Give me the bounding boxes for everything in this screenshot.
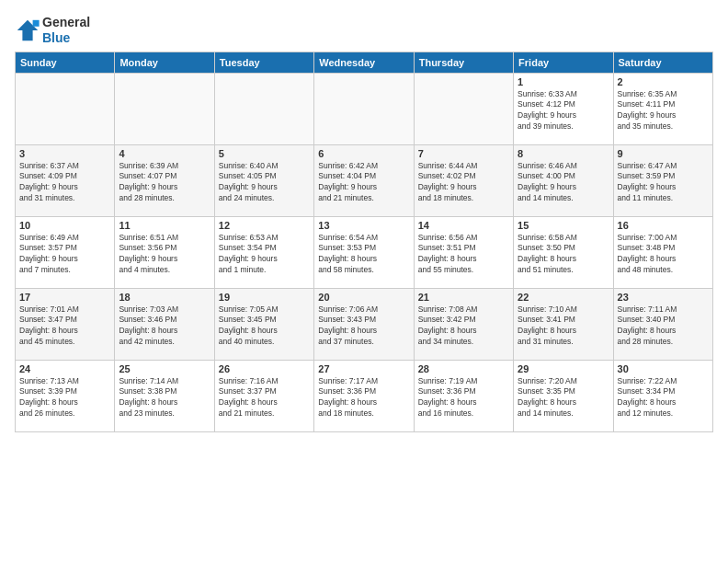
calendar-day-cell: 8Sunrise: 6:46 AM Sunset: 4:00 PM Daylig… xyxy=(514,144,613,216)
calendar-day-cell: 18Sunrise: 7:03 AM Sunset: 3:46 PM Dayli… xyxy=(115,288,214,360)
calendar-day-cell: 4Sunrise: 6:39 AM Sunset: 4:07 PM Daylig… xyxy=(115,144,214,216)
calendar-day-cell: 26Sunrise: 7:16 AM Sunset: 3:37 PM Dayli… xyxy=(214,360,313,431)
calendar-day-cell: 13Sunrise: 6:54 AM Sunset: 3:53 PM Dayli… xyxy=(314,216,414,288)
day-number: 1 xyxy=(518,76,609,87)
day-info: Sunrise: 6:47 AM Sunset: 3:59 PM Dayligh… xyxy=(618,161,709,205)
day-number: 4 xyxy=(119,148,210,159)
calendar-day-cell: 6Sunrise: 6:42 AM Sunset: 4:04 PM Daylig… xyxy=(314,144,414,216)
day-info: Sunrise: 6:44 AM Sunset: 4:02 PM Dayligh… xyxy=(418,161,509,205)
logo-icon xyxy=(15,17,40,43)
day-info: Sunrise: 6:33 AM Sunset: 4:12 PM Dayligh… xyxy=(518,89,609,133)
day-number: 3 xyxy=(19,148,110,159)
calendar-day-cell: 23Sunrise: 7:11 AM Sunset: 3:40 PM Dayli… xyxy=(613,288,712,360)
weekday-header: Friday xyxy=(514,52,613,73)
calendar-day-cell: 20Sunrise: 7:06 AM Sunset: 3:43 PM Dayli… xyxy=(314,288,414,360)
day-number: 22 xyxy=(518,292,609,303)
svg-marker-1 xyxy=(33,20,40,27)
calendar-day-cell: 3Sunrise: 6:37 AM Sunset: 4:09 PM Daylig… xyxy=(16,144,115,216)
day-number: 27 xyxy=(318,363,409,374)
day-info: Sunrise: 7:08 AM Sunset: 3:42 PM Dayligh… xyxy=(418,304,509,349)
weekday-header: Saturday xyxy=(613,52,712,73)
day-number: 13 xyxy=(318,220,409,231)
day-number: 6 xyxy=(318,148,409,159)
page: General Blue SundayMondayTuesdayWednesda… xyxy=(0,0,728,563)
calendar-day-cell: 22Sunrise: 7:10 AM Sunset: 3:41 PM Dayli… xyxy=(514,288,613,360)
day-info: Sunrise: 6:46 AM Sunset: 4:00 PM Dayligh… xyxy=(518,161,609,205)
day-number: 30 xyxy=(618,363,709,374)
day-number: 12 xyxy=(219,220,310,231)
day-number: 5 xyxy=(219,148,310,159)
calendar-day-cell: 11Sunrise: 6:51 AM Sunset: 3:56 PM Dayli… xyxy=(115,216,214,288)
calendar-day-cell: 25Sunrise: 7:14 AM Sunset: 3:38 PM Dayli… xyxy=(115,360,214,431)
day-info: Sunrise: 7:06 AM Sunset: 3:43 PM Dayligh… xyxy=(318,304,409,349)
day-number: 18 xyxy=(119,292,210,303)
day-info: Sunrise: 7:05 AM Sunset: 3:45 PM Dayligh… xyxy=(219,304,310,349)
day-number: 7 xyxy=(418,148,509,159)
day-info: Sunrise: 7:03 AM Sunset: 3:46 PM Dayligh… xyxy=(119,304,210,349)
calendar-day-cell: 14Sunrise: 6:56 AM Sunset: 3:51 PM Dayli… xyxy=(414,216,513,288)
calendar-day-cell: 1Sunrise: 6:33 AM Sunset: 4:12 PM Daylig… xyxy=(514,73,613,144)
calendar-day-cell xyxy=(115,73,214,144)
day-number: 2 xyxy=(618,76,709,87)
day-number: 26 xyxy=(219,363,310,374)
day-info: Sunrise: 7:16 AM Sunset: 3:37 PM Dayligh… xyxy=(219,376,310,420)
calendar-day-cell xyxy=(314,73,414,144)
calendar-day-cell: 16Sunrise: 7:00 AM Sunset: 3:48 PM Dayli… xyxy=(613,216,712,288)
calendar-day-cell xyxy=(16,73,115,144)
logo-text: General Blue xyxy=(42,15,90,46)
calendar-day-cell: 15Sunrise: 6:58 AM Sunset: 3:50 PM Dayli… xyxy=(514,216,613,288)
day-info: Sunrise: 6:49 AM Sunset: 3:57 PM Dayligh… xyxy=(19,233,110,277)
calendar-day-cell: 17Sunrise: 7:01 AM Sunset: 3:47 PM Dayli… xyxy=(16,288,115,360)
day-number: 11 xyxy=(119,220,210,231)
weekday-header: Monday xyxy=(115,52,214,73)
calendar-day-cell: 2Sunrise: 6:35 AM Sunset: 4:11 PM Daylig… xyxy=(613,73,712,144)
calendar-week-row: 3Sunrise: 6:37 AM Sunset: 4:09 PM Daylig… xyxy=(16,144,713,216)
day-info: Sunrise: 7:17 AM Sunset: 3:36 PM Dayligh… xyxy=(318,376,409,420)
day-info: Sunrise: 7:00 AM Sunset: 3:48 PM Dayligh… xyxy=(618,233,709,277)
day-number: 14 xyxy=(418,220,509,231)
weekday-header: Sunday xyxy=(16,52,115,73)
day-number: 21 xyxy=(418,292,509,303)
day-number: 9 xyxy=(618,148,709,159)
day-number: 23 xyxy=(618,292,709,303)
day-info: Sunrise: 6:53 AM Sunset: 3:54 PM Dayligh… xyxy=(219,233,310,277)
calendar-week-row: 24Sunrise: 7:13 AM Sunset: 3:39 PM Dayli… xyxy=(16,360,713,431)
day-number: 20 xyxy=(318,292,409,303)
day-info: Sunrise: 6:58 AM Sunset: 3:50 PM Dayligh… xyxy=(518,233,609,277)
calendar-day-cell: 21Sunrise: 7:08 AM Sunset: 3:42 PM Dayli… xyxy=(414,288,513,360)
day-info: Sunrise: 6:51 AM Sunset: 3:56 PM Dayligh… xyxy=(119,233,210,277)
calendar-day-cell: 27Sunrise: 7:17 AM Sunset: 3:36 PM Dayli… xyxy=(314,360,414,431)
calendar-day-cell: 24Sunrise: 7:13 AM Sunset: 3:39 PM Dayli… xyxy=(16,360,115,431)
day-number: 15 xyxy=(518,220,609,231)
day-info: Sunrise: 6:54 AM Sunset: 3:53 PM Dayligh… xyxy=(318,233,409,277)
day-number: 10 xyxy=(19,220,110,231)
day-info: Sunrise: 6:39 AM Sunset: 4:07 PM Dayligh… xyxy=(119,161,210,205)
day-number: 8 xyxy=(518,148,609,159)
calendar-day-cell xyxy=(414,73,513,144)
calendar-day-cell: 7Sunrise: 6:44 AM Sunset: 4:02 PM Daylig… xyxy=(414,144,513,216)
day-info: Sunrise: 7:10 AM Sunset: 3:41 PM Dayligh… xyxy=(518,304,609,349)
day-info: Sunrise: 6:37 AM Sunset: 4:09 PM Dayligh… xyxy=(19,161,110,205)
calendar-day-cell: 9Sunrise: 6:47 AM Sunset: 3:59 PM Daylig… xyxy=(613,144,712,216)
header: General Blue xyxy=(15,11,713,46)
calendar-table: SundayMondayTuesdayWednesdayThursdayFrid… xyxy=(15,52,713,432)
calendar-week-row: 1Sunrise: 6:33 AM Sunset: 4:12 PM Daylig… xyxy=(16,73,713,144)
calendar-week-row: 10Sunrise: 6:49 AM Sunset: 3:57 PM Dayli… xyxy=(16,216,713,288)
calendar-day-cell: 5Sunrise: 6:40 AM Sunset: 4:05 PM Daylig… xyxy=(214,144,313,216)
day-number: 19 xyxy=(219,292,310,303)
weekday-header: Tuesday xyxy=(214,52,313,73)
logo: General Blue xyxy=(15,15,90,46)
day-number: 28 xyxy=(418,363,509,374)
calendar-day-cell: 30Sunrise: 7:22 AM Sunset: 3:34 PM Dayli… xyxy=(613,360,712,431)
day-number: 29 xyxy=(518,363,609,374)
day-info: Sunrise: 6:40 AM Sunset: 4:05 PM Dayligh… xyxy=(219,161,310,205)
weekday-header: Wednesday xyxy=(314,52,414,73)
day-info: Sunrise: 7:20 AM Sunset: 3:35 PM Dayligh… xyxy=(518,376,609,420)
day-number: 17 xyxy=(19,292,110,303)
day-info: Sunrise: 6:35 AM Sunset: 4:11 PM Dayligh… xyxy=(618,89,709,133)
calendar-week-row: 17Sunrise: 7:01 AM Sunset: 3:47 PM Dayli… xyxy=(16,288,713,360)
calendar-day-cell: 12Sunrise: 6:53 AM Sunset: 3:54 PM Dayli… xyxy=(214,216,313,288)
day-info: Sunrise: 7:14 AM Sunset: 3:38 PM Dayligh… xyxy=(119,376,210,420)
day-info: Sunrise: 7:19 AM Sunset: 3:36 PM Dayligh… xyxy=(418,376,509,420)
day-number: 24 xyxy=(19,363,110,374)
